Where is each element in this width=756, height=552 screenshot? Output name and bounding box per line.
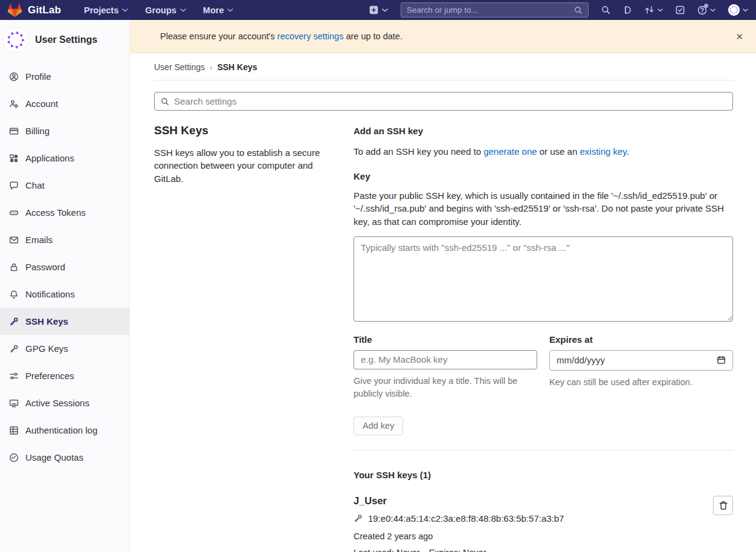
add-ssh-key-heading: Add an SSH key (354, 126, 733, 136)
settings-search-placeholder: Search settings (174, 96, 236, 106)
sidebar-item-access-tokens[interactable]: Access Tokens (0, 199, 129, 226)
sidebar-item-chat[interactable]: Chat (0, 172, 129, 199)
settings-sidebar: User Settings Profile Account Billing Ap… (0, 20, 130, 552)
sidebar-nav: Profile Account Billing Applications Cha… (0, 63, 129, 471)
search-button[interactable] (601, 5, 610, 15)
nav-projects[interactable]: Projects (77, 2, 135, 18)
title-hint: Give your individual key a title. This w… (354, 375, 537, 400)
chevron-down-icon (382, 8, 388, 12)
form-intro: To add an SSH key you need to generate o… (354, 145, 733, 158)
chat-icon (9, 181, 19, 190)
expires-field-group: Expires at mm/dd/yyyy Key can still be u… (549, 334, 733, 400)
page-description: SSH keys allow you to establish a secure… (154, 146, 338, 185)
sidebar-item-preferences[interactable]: Preferences (0, 362, 129, 389)
chevron-down-icon (180, 8, 186, 12)
page-title: SSH Keys (154, 124, 338, 137)
recovery-alert-banner: Please ensure your account's recovery se… (130, 20, 756, 53)
section-divider (354, 450, 733, 450)
sidebar-title: User Settings (35, 34, 97, 45)
nav-more[interactable]: More (196, 2, 241, 18)
key-label: Key (354, 171, 733, 181)
breadcrumb-divider (154, 80, 733, 80)
user-avatar (728, 4, 740, 16)
expires-date-input[interactable]: mm/dd/yyyy (549, 350, 733, 371)
calendar-icon[interactable] (717, 356, 726, 365)
search-icon (601, 5, 610, 15)
sidebar-item-billing[interactable]: Billing (0, 117, 129, 144)
help-icon (697, 5, 707, 15)
chevron-down-icon (657, 8, 663, 12)
user-settings-avatar (4, 28, 28, 52)
access-tokens-icon (9, 208, 19, 218)
alert-text: Please ensure your account's recovery se… (160, 31, 402, 41)
navbar-menu: Projects Groups More (77, 2, 241, 18)
sidebar-item-applications[interactable]: Applications (0, 144, 129, 172)
help-button[interactable] (697, 5, 716, 15)
user-menu-button[interactable] (728, 4, 748, 16)
nav-groups[interactable]: Groups (138, 2, 193, 18)
date-placeholder: mm/dd/yyyy (557, 355, 717, 365)
ssh-key-title: J_User (354, 495, 703, 507)
sidebar-item-active-sessions[interactable]: Active Sessions (0, 389, 129, 417)
issues-button[interactable] (623, 5, 632, 15)
key-help-text: Paste your public SSH key, which is usua… (354, 189, 733, 228)
ssh-key-created: Created 2 years ago (354, 531, 703, 541)
sidebar-item-password[interactable]: Password (0, 253, 129, 281)
brand-name: GitLab (28, 4, 61, 16)
ssh-key-expires: Expires: Never (429, 548, 486, 552)
existing-key-link[interactable]: existing key (580, 146, 626, 157)
close-icon: ✕ (735, 31, 743, 42)
expires-hint: Key can still be used after expiration. (549, 376, 733, 389)
sidebar-item-ssh-keys[interactable]: SSH Keys (0, 308, 129, 335)
emails-icon (9, 235, 19, 245)
ssh-key-fingerprint-row: 19:e0:44:a5:14:c2:3a:e8:f8:48:8b:63:5b:5… (354, 513, 703, 524)
sidebar-item-profile[interactable]: Profile (0, 63, 129, 90)
issues-icon (623, 5, 632, 15)
sidebar-item-authentication-log[interactable]: Authentication log (0, 417, 129, 444)
merge-requests-button[interactable] (644, 5, 663, 15)
todo-button[interactable] (676, 5, 685, 15)
sidebar-item-gpg-keys[interactable]: GPG Keys (0, 335, 129, 362)
global-search-placeholder: Search or jump to... (407, 5, 569, 15)
ssh-key-form-section: Add an SSH key To add an SSH key you nee… (354, 124, 733, 552)
applications-icon (9, 154, 19, 163)
search-icon (574, 6, 583, 15)
notification-dot (704, 4, 708, 8)
chevron-down-icon (743, 8, 748, 12)
sidebar-item-account[interactable]: Account (0, 90, 129, 117)
ssh-keys-icon (9, 317, 19, 326)
add-key-button[interactable]: Add key (354, 417, 403, 435)
sidebar-item-usage-quotas[interactable]: Usage Quotas (0, 444, 129, 471)
ssh-key-last-used: Last used: Never (354, 548, 420, 552)
sidebar-item-emails[interactable]: Emails (0, 226, 129, 253)
chevron-down-icon (122, 8, 128, 12)
profile-icon (9, 72, 19, 82)
title-field-group: Title Give your individual key a title. … (354, 334, 537, 400)
alert-close-button[interactable]: ✕ (732, 28, 747, 45)
password-icon (9, 262, 19, 272)
settings-search-input[interactable]: Search settings (154, 92, 733, 111)
active-sessions-icon (9, 398, 19, 408)
gitlab-logo[interactable]: GitLab (7, 3, 61, 18)
usage-quotas-icon (9, 453, 19, 463)
ssh-key-meta: Last used: Never Expires: Never (354, 548, 703, 552)
breadcrumb-user-settings[interactable]: User Settings (154, 62, 205, 72)
sidebar-item-notifications[interactable]: Notifications (0, 281, 129, 308)
ssh-key-textarea[interactable] (354, 236, 733, 322)
main-content: Please ensure your account's recovery se… (130, 20, 756, 552)
title-input[interactable] (354, 350, 537, 369)
notifications-icon (9, 290, 19, 299)
recovery-settings-link[interactable]: recovery settings (277, 31, 344, 41)
navbar-right: Search or jump to... (369, 2, 748, 18)
authentication-log-icon (9, 426, 19, 435)
breadcrumb: User Settings › SSH Keys (154, 62, 733, 72)
delete-key-button[interactable] (713, 496, 733, 515)
preferences-icon (9, 371, 19, 381)
global-search-input[interactable]: Search or jump to... (401, 2, 589, 18)
ssh-key-fingerprint: 19:e0:44:a5:14:c2:3a:e8:f8:48:8b:63:5b:5… (368, 513, 564, 524)
todo-icon (676, 5, 685, 15)
trash-icon (719, 501, 728, 510)
merge-requests-icon (644, 5, 654, 15)
new-menu-button[interactable] (369, 5, 388, 15)
generate-one-link[interactable]: generate one (483, 146, 537, 157)
